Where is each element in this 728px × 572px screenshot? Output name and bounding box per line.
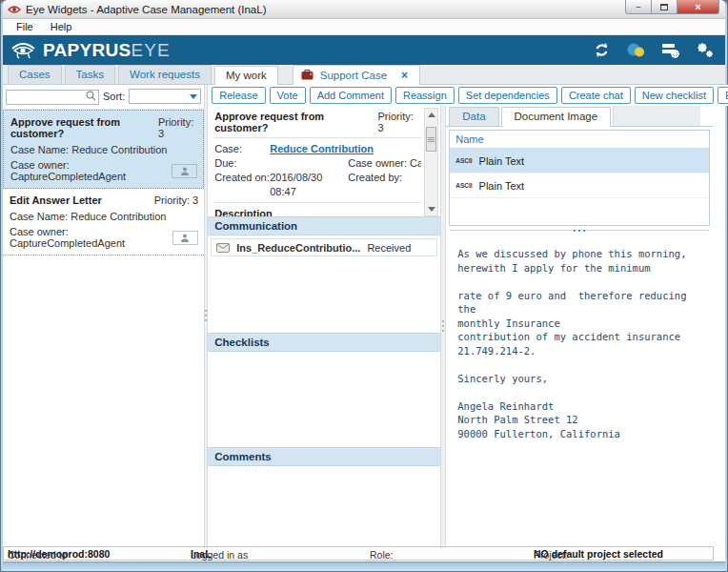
manage-cards-icon[interactable] xyxy=(661,43,679,58)
work-item-priority: Priority: 3 xyxy=(158,116,197,139)
case-briefcase-icon xyxy=(301,70,313,80)
tab-support-case[interactable]: Support Case × xyxy=(293,65,420,85)
set-dependencies-button[interactable]: Set dependencies xyxy=(458,87,557,104)
document-table-header: Name xyxy=(450,131,709,149)
tab-close-icon[interactable]: × xyxy=(401,71,408,80)
chevron-down-icon xyxy=(190,94,197,99)
document-table: Name ASCII Plain Text ASCII Plain Text xyxy=(449,130,710,226)
menu-help[interactable]: Help xyxy=(43,20,80,33)
sort-label: Sort: xyxy=(103,91,125,102)
communication-item[interactable]: Ins_ReduceContributio... Received xyxy=(211,238,437,256)
tab-data[interactable]: Data xyxy=(449,107,498,126)
reassign-button[interactable]: Reassign xyxy=(395,87,455,104)
document-row[interactable]: ASCII Plain Text xyxy=(450,149,709,174)
assign-user-button[interactable] xyxy=(172,164,197,178)
worklist-items: Approve request from customer? Priority:… xyxy=(3,109,204,546)
due-label: Due: xyxy=(214,156,270,171)
content-panels: Sort: Approve request from customer? Pri… xyxy=(3,85,725,546)
menubar: File Help xyxy=(3,19,725,35)
preview-splitter[interactable] xyxy=(446,226,713,235)
created-on-label: Created on: xyxy=(214,171,270,199)
work-item-case-name: Case Name: Reduce Contribution xyxy=(10,144,197,155)
search-icon xyxy=(86,91,96,101)
main-tabrow: Cases Tasks Work requests My work Suppor… xyxy=(3,65,725,85)
work-item-title: Approve request from customer? xyxy=(10,116,158,139)
created-by-label: Created by: xyxy=(348,171,421,199)
add-comment-button[interactable]: Add Comment xyxy=(310,87,392,104)
person-icon xyxy=(180,167,190,175)
vote-button[interactable]: Vote xyxy=(270,87,306,104)
task-detail-panel: Approve request from customer? Priority:… xyxy=(208,106,440,546)
tab-tasks[interactable]: Tasks xyxy=(65,65,115,84)
document-tabs: Data Document Image xyxy=(446,106,713,127)
work-item-case-name: Case Name: Reduce Contribution xyxy=(10,211,198,222)
tab-work-requests[interactable]: Work requests xyxy=(118,65,212,84)
case-owner-value: CaptureCompletedAgent xyxy=(410,157,421,169)
header-actions xyxy=(594,42,714,58)
scroll-down-icon[interactable] xyxy=(428,207,435,212)
ascii-filetype-icon: ASCII xyxy=(455,182,472,189)
app-eye-icon xyxy=(8,4,21,15)
work-item-owner: Case owner: CaptureCompletedAgent xyxy=(10,226,172,249)
tab-cases[interactable]: Cases xyxy=(8,65,62,84)
window-bottom-frame xyxy=(3,562,725,571)
edit-button[interactable]: Edit xyxy=(718,87,728,104)
refresh-icon[interactable] xyxy=(594,42,610,58)
ascii-filetype-icon: ASCII xyxy=(455,157,472,164)
status-row: Connected to http://demoprod:8080 Logged… xyxy=(3,546,725,562)
sort-dropdown[interactable] xyxy=(129,89,201,104)
maximize-button[interactable] xyxy=(652,0,677,14)
papyrus-eye-logo-icon xyxy=(10,41,36,60)
chat-bubbles-icon[interactable] xyxy=(626,43,645,58)
worklist-item[interactable]: Edit Answer Letter Priority: 3 Case Name… xyxy=(3,189,204,255)
person-icon xyxy=(180,234,190,242)
description-header: Description xyxy=(214,208,421,216)
menu-file[interactable]: File xyxy=(9,20,41,33)
window-controls: – × xyxy=(625,0,719,14)
assign-user-button[interactable] xyxy=(172,231,199,245)
task-title: Approve request from customer? xyxy=(214,111,377,133)
scroll-up-icon[interactable] xyxy=(428,112,435,117)
work-item-owner: Case owner: CaptureCompletedAgent xyxy=(10,159,172,182)
communication-item-status: Received xyxy=(367,242,411,254)
created-on-value: 2016/08/30 08:47 xyxy=(270,171,348,199)
app-window: Eye Widgets - Adaptive Case Management (… xyxy=(0,0,728,572)
maximize-icon xyxy=(660,4,668,10)
task-area: Release Vote Add Comment Reassign Set de… xyxy=(208,85,728,546)
case-link[interactable]: Reduce Contribution xyxy=(270,142,374,156)
worklist-controls: Sort: xyxy=(3,85,204,109)
task-priority: Priority: 3 xyxy=(378,111,422,133)
case-label: Case: xyxy=(214,142,270,156)
brand-name-light: EYE xyxy=(131,40,171,61)
brand-name-bold: PAPYRUS xyxy=(43,40,131,61)
worklist-item[interactable]: Approve request from customer? Priority:… xyxy=(3,110,204,189)
new-checklist-button[interactable]: New checklist xyxy=(635,87,714,104)
checklists-section-header: Checklists xyxy=(208,333,440,352)
status-project: Project: NO default project selected xyxy=(534,548,663,560)
document-row[interactable]: ASCII Plain Text xyxy=(450,174,709,198)
task-toolbar: Release Vote Add Comment Reassign Set de… xyxy=(208,85,728,106)
brand-header: PAPYRUSEYE xyxy=(3,35,725,65)
tab-my-work[interactable]: My work xyxy=(214,66,278,85)
status-logged-in: Logged in as InaL xyxy=(191,548,212,560)
statusbar: Connected to http://demoprod:8080 Logged… xyxy=(3,546,714,561)
release-button[interactable]: Release xyxy=(212,87,265,104)
close-button[interactable]: × xyxy=(677,0,719,14)
document-panel: Data Document Image Name ASCII Plain Tex… xyxy=(446,106,713,546)
detail-scrollbar[interactable] xyxy=(424,108,438,216)
tab-support-case-label: Support Case xyxy=(320,70,387,81)
tab-document-image[interactable]: Document Image xyxy=(501,107,612,127)
communication-item-name: Ins_ReduceContributio... xyxy=(236,242,360,254)
document-name: Plain Text xyxy=(479,155,525,167)
work-item-title: Edit Answer Letter xyxy=(10,194,102,206)
comments-section-header: Comments xyxy=(208,447,440,466)
document-name: Plain Text xyxy=(479,180,525,192)
create-chat-button[interactable]: Create chat xyxy=(561,87,631,104)
scroll-thumb[interactable] xyxy=(426,127,436,152)
worklist-panel: Sort: Approve request from customer? Pri… xyxy=(3,85,204,546)
status-connected: Connected to http://demoprod:8080 xyxy=(8,548,110,560)
titlebar[interactable]: Eye Widgets - Adaptive Case Management (… xyxy=(3,0,725,19)
communication-section-header: Communication xyxy=(208,216,440,235)
settings-gears-icon[interactable] xyxy=(696,42,714,58)
minimize-button[interactable]: – xyxy=(625,0,652,14)
